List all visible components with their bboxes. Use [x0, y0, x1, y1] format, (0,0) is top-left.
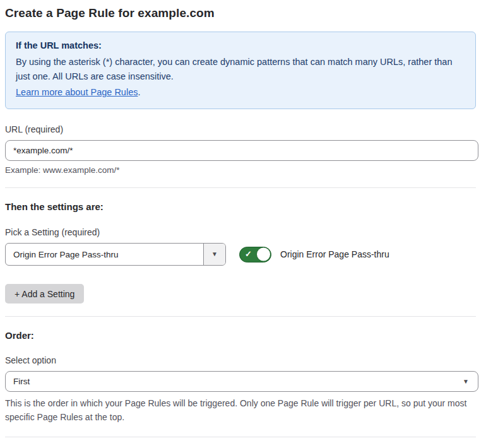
order-dropdown[interactable]: First ▼ [5, 371, 478, 392]
add-setting-button[interactable]: + Add a Setting [5, 284, 84, 304]
chevron-down-icon: ▼ [211, 251, 218, 257]
url-field-label: URL (required) [5, 124, 476, 134]
divider [5, 316, 476, 317]
info-box-body: By using the asterisk (*) character, you… [16, 55, 465, 84]
setting-toggle-on[interactable]: ✓ [239, 247, 271, 262]
url-example-text: Example: www.example.com/* [5, 165, 476, 175]
link-suffix: . [138, 87, 140, 97]
info-box-heading: If the URL matches: [16, 40, 465, 50]
setting-dropdown-arrow-box[interactable]: ▼ [203, 244, 225, 265]
setting-dropdown-value: Origin Error Page Pass-thru [6, 244, 203, 265]
pick-setting-label: Pick a Setting (required) [5, 227, 476, 237]
divider [5, 187, 476, 188]
chevron-down-icon: ▼ [463, 379, 469, 385]
toggle-knob [257, 248, 270, 261]
setting-toggle-group: ✓ Origin Error Page Pass-thru [239, 247, 389, 262]
url-section: URL (required) Example: www.example.com/… [5, 124, 476, 175]
order-section-heading: Order: [5, 330, 476, 341]
settings-section-heading: Then the settings are: [5, 201, 476, 212]
url-input[interactable] [5, 140, 478, 161]
url-match-info-box: If the URL matches: By using the asteris… [5, 32, 476, 109]
setting-row: Origin Error Page Pass-thru ▼ ✓ Origin E… [5, 243, 476, 266]
page-rule-form: Create a Page Rule for example.com If th… [0, 0, 481, 448]
check-icon: ✓ [245, 250, 252, 258]
page-title: Create a Page Rule for example.com [5, 6, 476, 20]
info-box-link-line: Learn more about Page Rules. [16, 85, 465, 100]
setting-dropdown[interactable]: Origin Error Page Pass-thru ▼ [5, 243, 226, 266]
order-dropdown-value: First [13, 377, 30, 386]
order-help-text: This is the order in which your Page Rul… [5, 396, 472, 424]
learn-more-link[interactable]: Learn more about Page Rules [16, 87, 138, 97]
setting-toggle-label: Origin Error Page Pass-thru [280, 249, 389, 259]
order-select-label: Select option [5, 355, 476, 365]
divider [5, 437, 476, 437]
